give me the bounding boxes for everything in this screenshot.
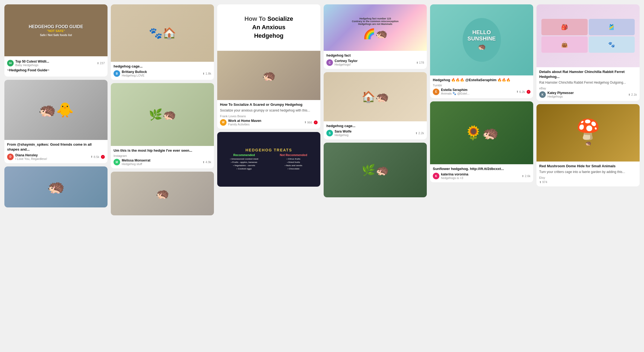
bag-collage-user: K Katey Plymesser Hedgehogs	[539, 91, 574, 98]
cage1-user-name: Brittany Bullock	[122, 70, 147, 74]
bag-3: 👜	[541, 36, 588, 53]
socialize-avatar: W	[220, 119, 227, 126]
cage3-meta: S Sara Wolfe Hedgehog 2.2k	[326, 130, 424, 137]
food-guide-user-sub: Baby Hedgehogs	[15, 63, 49, 67]
card-hedgehog-chick[interactable]: 🦔🐥 From @shaymin_spikes: Good friends co…	[4, 80, 108, 163]
mushroom-image: 🍄 🦔	[536, 104, 640, 162]
mushroom-desc: Turn your critters cage into a faerie ga…	[539, 170, 637, 174]
cage3-user: S Sara Wolfe Hedgehog	[326, 130, 352, 137]
sunflower-user-info: katerina voronina hedgehogs is <3	[441, 172, 468, 180]
treats-header: Hedgehog Treats	[245, 148, 292, 152]
cage1-image: 🐾🏠	[111, 4, 214, 62]
cage2-save-count: 4.9k	[202, 160, 211, 164]
bag-collage-save-count: 2.1k	[628, 93, 637, 96]
card-food-guide[interactable]: HEDGEHOG FOOD GUIDE "NOT SAFE" Safe / No…	[4, 4, 108, 77]
cage3-avatar: S	[326, 130, 333, 136]
card-treats[interactable]: Hedgehog Treats Recommended • Unseasoned…	[217, 132, 320, 187]
hedgehog-chick-user-sub: I Love You, Regardless!	[15, 157, 47, 160]
socialize-desc: Socialize your anxious grumpy or scared …	[220, 108, 318, 113]
card-how-to-socialize[interactable]: How To SocializeAn AnxiousHedgehog 🦔 How…	[217, 4, 320, 129]
card-wild-hedgehog[interactable]: 🌿🦔	[324, 143, 427, 197]
column-1: HEDGEHOG FOOD GUIDE "NOT SAFE" Safe / No…	[4, 4, 108, 207]
hedgehog-chick-meta: D Diana Hensley I Love You, Regardless! …	[7, 153, 105, 160]
card-mushroom[interactable]: 🍄 🦔 Red Mushroom Dome Hide for Small Ani…	[536, 104, 640, 186]
rainbow-body: hedgehog fact C Cortney Taylor Hedgehogs…	[324, 51, 427, 69]
cage2-user: M Melissa Monserrat Hedgehog stuff	[114, 159, 150, 166]
card-hedgehog-face[interactable]: 🦔	[4, 166, 108, 207]
masonry-grid: HEDGEHOG FOOD GUIDE "NOT SAFE" Safe / No…	[4, 4, 640, 215]
mushroom-emoji: 🍄	[576, 119, 601, 139]
food-guide-body: 50 Top 50 Cutest Wildli... Baby Hedgehog…	[4, 56, 108, 77]
bag-collage-image: 🎒 🎽 👜 🐾	[536, 4, 640, 67]
socialize-user: W Work at Home Maven Family Activities	[220, 119, 261, 126]
hello-sunshine-save-count: 6.2k ✓	[516, 90, 530, 94]
cage1-user-sub: Hedgehog LOVE	[122, 74, 147, 77]
mushroom-meta: 974	[539, 180, 637, 184]
wild-hedgehog-image: 🌿🦔	[324, 143, 427, 197]
bag-collage-user-name: Katey Plymesser	[547, 91, 574, 95]
sunflower-image: 🌻🦔	[430, 101, 533, 164]
food-guide-title-text: HEDGEHOG FOOD GUIDE	[29, 24, 83, 29]
hedgehog-chick-user: D Diana Hensley I Love You, Regardless!	[7, 153, 47, 160]
rainbow-user-sub: Hedgehogs!	[335, 63, 358, 66]
cage1-user: B Brittany Bullock Hedgehog LOVE	[114, 70, 147, 77]
sunflower-meta: K katerina voronina hedgehogs is <3 2.6k	[433, 172, 530, 180]
mushroom-body: Red Mushroom Dome Hide for Small Animals…	[536, 162, 640, 186]
cage3-body: hedgehog cage... S Sara Wolfe Hedgehog 2…	[324, 121, 427, 139]
hedgehog-chick-image: 🦔🐥	[4, 80, 108, 140]
treats-columns: Recommended • Unseasoned cooked meat• Fr…	[221, 153, 317, 171]
food-guide-sub-text: "NOT SAFE"	[47, 29, 65, 33]
card-bag-collage[interactable]: 🎒 🎽 👜 🐾 Details about Rat Hamster Chinch…	[536, 4, 640, 101]
mug-hedgehog: 🦔	[478, 43, 486, 51]
cage3-user-info: Sara Wolfe Hedgehog	[335, 130, 352, 137]
sunflower-user: K katerina voronina hedgehogs is <3	[433, 172, 468, 180]
hello-sunshine-meta: E Estella Seraphim Animals 🐾 @Estel... 6…	[433, 88, 530, 95]
food-guide-card-title: ~Hedgehog Food Guide~	[7, 68, 105, 73]
treats-recommended: Recommended • Unseasoned cooked meat• Fr…	[221, 153, 268, 171]
cage1-title: hedgehog cage...	[114, 64, 211, 69]
card-cage2[interactable]: 🌿🦔 Um this is the most hip hedgie I've e…	[111, 83, 214, 168]
hello-sunshine-image: HELLOSUNSHINE 🦔	[430, 4, 533, 75]
bag-2: 🎽	[589, 19, 635, 35]
socialize-hedgehog-image: 🦔	[217, 51, 320, 100]
treats-image: Hedgehog Treats Recommended • Unseasoned…	[217, 132, 320, 187]
cage2-meta: M Melissa Monserrat Hedgehog stuff 4.9k	[114, 159, 211, 166]
cage2-body: Um this is the most hip hedgie I've ever…	[111, 146, 214, 168]
mushroom-title: Red Mushroom Dome Hide for Small Animals	[539, 164, 637, 169]
rainbow-title: hedgehog fact	[326, 53, 424, 58]
rainbow-user-name: Cortney Taylor	[335, 59, 358, 63]
treats-not-rec-content: • Citrus fruits• Dried fruits• Nuts and …	[270, 157, 317, 171]
sunflower-user-sub: hedgehogs is <3	[441, 176, 468, 180]
cage3-title: hedgehog cage...	[326, 124, 424, 128]
bag-collage-meta: K Katey Plymesser Hedgehogs 2.1k	[539, 91, 637, 98]
socialize-meta: W Work at Home Maven Family Activities 9…	[220, 119, 318, 126]
card-cage1[interactable]: 🐾🏠 hedgehog cage... B Brittany Bullock H…	[111, 4, 214, 80]
card-cage3[interactable]: 🏠🦔 hedgehog cage... S Sara Wolfe Hedgeho…	[324, 72, 427, 139]
sunflower-title: Sunflower hedgehog. http://ift.tt/2dbcxx…	[433, 166, 530, 171]
cage1-avatar: B	[114, 70, 120, 77]
cage1-user-info: Brittany Bullock Hedgehog LOVE	[122, 70, 147, 77]
card-sunflower-hedgehog[interactable]: 🌻🦔 Sunflower hedgehog. http://ift.tt/2db…	[430, 101, 533, 182]
food-guide-user: 50 Top 50 Cutest Wildli... Baby Hedgehog…	[7, 60, 49, 67]
treats-rec-label: Recommended	[221, 153, 268, 157]
card-rainbow-hedgehog[interactable]: Hedgehog fact number 123Contrary to the …	[324, 4, 427, 69]
cage2-user-name: Melissa Monserrat	[122, 159, 150, 162]
treats-not-recommended: Not Recommended • Citrus fruits• Dried f…	[270, 153, 317, 171]
socialize-body: How To Socialize A Scared or Grumpy Hedg…	[217, 100, 320, 129]
card-hello-sunshine[interactable]: HELLOSUNSHINE 🦔 Hedgehog 🔥🔥🔥 @EstellaSer…	[430, 4, 533, 98]
bag-collage-avatar: K	[539, 91, 546, 98]
socialize-image: How To SocializeAn AnxiousHedgehog	[217, 4, 320, 51]
rainbow-user-info: Cortney Taylor Hedgehogs!	[335, 59, 358, 66]
card-hedgehog-low2[interactable]: 🦔	[111, 172, 214, 215]
treats-rec-content: • Unseasoned cooked meat• Fruits - apple…	[221, 157, 268, 171]
mushroom-save-count: 974	[539, 180, 547, 184]
sunflower-avatar: K	[433, 173, 439, 179]
hello-sunshine-user-info: Estella Seraphim Animals 🐾 @Estel...	[441, 88, 469, 95]
hello-sunshine-body: Hedgehog 🔥🔥🔥 @EstellaSeraphim 🔥🔥🔥 Tumblr…	[430, 75, 533, 98]
check-badge: ✓	[101, 155, 105, 159]
hello-sunshine-source: Tumblr	[433, 84, 530, 87]
cage3-user-sub: Hedgehog	[335, 133, 352, 137]
bag-collage-user-sub: Hedgehogs	[547, 95, 574, 98]
cage2-user-info: Melissa Monserrat Hedgehog stuff	[122, 159, 150, 166]
rainbow-user: C Cortney Taylor Hedgehogs!	[326, 59, 358, 66]
